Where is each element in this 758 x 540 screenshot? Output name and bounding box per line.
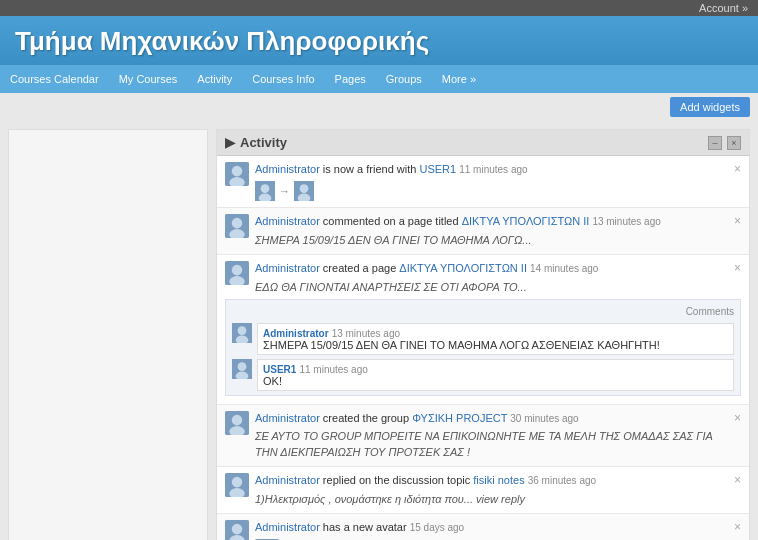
activity-triangle-icon: ▶: [225, 135, 235, 150]
avatar: [225, 261, 249, 285]
author-link[interactable]: Administrator: [255, 474, 320, 486]
activity-item: Administrator commented on a page titled…: [217, 208, 749, 255]
activity-text: Administrator has a new avatar 15 days a…: [255, 520, 724, 540]
comment-time: 13 minutes ago: [332, 328, 400, 339]
author-link[interactable]: Administrator: [255, 262, 320, 274]
comment-body: ΟΚ!: [263, 375, 728, 387]
activity-body: 1)Ηλεκτρισμός , ονομάστηκε η ιδιότητα πο…: [255, 492, 724, 507]
close-icon[interactable]: ×: [734, 261, 741, 275]
close-button[interactable]: ×: [727, 136, 741, 150]
close-icon[interactable]: ×: [734, 520, 741, 534]
navbar-item-more-more[interactable]: More »: [432, 65, 486, 93]
account-link[interactable]: Account »: [699, 2, 748, 14]
activity-time: 13 minutes ago: [592, 216, 660, 227]
close-icon[interactable]: ×: [734, 473, 741, 487]
activity-header-controls: – ×: [708, 136, 741, 150]
activity-text: Administrator replied on the discussion …: [255, 473, 724, 507]
add-widgets-bar: Add widgets: [0, 93, 758, 121]
content-area: ▶ Activity – × Administrator is now a fr…: [0, 121, 758, 540]
avatar: [225, 162, 249, 186]
activity-body: ΕΔΩ ΘΑ ΓΙΝΟΝΤΑΙ ΑΝΑΡΤΗΣΕΙΣ ΣΕ ΟΤΙ ΑΦΟΡΑ …: [255, 280, 724, 295]
close-icon[interactable]: ×: [734, 411, 741, 425]
activity-time: 11 minutes ago: [459, 164, 527, 175]
activity-body: ΣΗΜΕΡΑ 15/09/15 ΔΕΝ ΘΑ ΓΙΝΕΙ ΤΟ ΜΑΘΗΜΑ Λ…: [255, 233, 724, 248]
svg-point-19: [238, 362, 247, 371]
navbar-item-courses-info[interactable]: Courses Info: [242, 65, 324, 93]
left-panel: [8, 129, 208, 540]
arrow-icon: →: [279, 184, 290, 199]
activity-time: 30 minutes ago: [510, 413, 578, 424]
site-header: Τμήμα Μηχανικών Πληροφορικής: [0, 16, 758, 65]
activity-title: Activity: [240, 135, 287, 150]
avatar: [225, 214, 249, 238]
comment-text: Administrator 13 minutes ago ΣΗΜΕΡΑ 15/0…: [257, 323, 734, 355]
navbar-item-activity[interactable]: Activity: [187, 65, 242, 93]
top-bar: Account »: [0, 0, 758, 16]
activity-item: Administrator has a new avatar 15 days a…: [217, 514, 749, 540]
activity-text: Administrator commented on a page titled…: [255, 214, 724, 248]
target-link[interactable]: fisiki notes: [473, 474, 524, 486]
activity-item: Administrator created a page ΔΙΚΤΥΑ ΥΠΟΛ…: [217, 255, 749, 405]
comment-avatar: [232, 323, 252, 343]
comment-text: USER1 11 minutes ago ΟΚ!: [257, 359, 734, 391]
avatar: [225, 411, 249, 435]
navbar-item-courses-calendar[interactable]: Courses Calendar: [0, 65, 109, 93]
comments-section: Comments Administrator 13 minutes ago ΣΗ…: [225, 299, 741, 396]
author-link[interactable]: Administrator: [255, 215, 320, 227]
target-link[interactable]: ΔΙΚΤΥΑ ΥΠΟΛΟΓΙΣΤΩΝ II: [462, 215, 590, 227]
comment-author[interactable]: USER1: [263, 364, 296, 375]
activity-text: Administrator created a page ΔΙΚΤΥΑ ΥΠΟΛ…: [255, 261, 724, 295]
comment-item: USER1 11 minutes ago ΟΚ!: [232, 359, 734, 391]
navbar: Courses CalendarMy CoursesActivityCourse…: [0, 65, 758, 93]
friend-avatar-2: [294, 181, 314, 201]
friend-avatar-1: [255, 181, 275, 201]
svg-point-28: [232, 524, 243, 535]
comment-avatar: [232, 359, 252, 379]
target-link[interactable]: ΦΥΣΙΚΗ PROJECT: [412, 412, 507, 424]
activity-item: Administrator replied on the discussion …: [217, 467, 749, 514]
comment-author[interactable]: Administrator: [263, 328, 329, 339]
avatar: [225, 473, 249, 497]
navbar-item-pages[interactable]: Pages: [325, 65, 376, 93]
navbar-item-my-courses[interactable]: My Courses: [109, 65, 188, 93]
svg-point-25: [232, 477, 243, 488]
activity-list: Administrator is now a friend with USER1…: [217, 156, 749, 540]
target-link[interactable]: USER1: [419, 163, 456, 175]
minimize-button[interactable]: –: [708, 136, 722, 150]
comment-body: ΣΗΜΕΡΑ 15/09/15 ΔΕΝ ΘΑ ΓΙΝΕΙ ΤΟ ΜΑΘΗΜΑ Λ…: [263, 339, 728, 351]
svg-point-13: [232, 265, 243, 276]
friends-row: →: [255, 181, 724, 201]
comment-time: 11 minutes ago: [299, 364, 367, 375]
activity-text: Administrator created the group ΦΥΣΙΚΗ P…: [255, 411, 724, 460]
activity-header-left: ▶ Activity: [225, 135, 287, 150]
navbar-item-groups[interactable]: Groups: [376, 65, 432, 93]
activity-time: 14 minutes ago: [530, 263, 598, 274]
activity-time: 36 minutes ago: [528, 475, 596, 486]
svg-point-7: [300, 185, 309, 194]
activity-time: 15 days ago: [410, 522, 465, 533]
avatar: [225, 520, 249, 540]
activity-header: ▶ Activity – ×: [217, 130, 749, 156]
svg-point-22: [232, 415, 243, 426]
comment-item: Administrator 13 minutes ago ΣΗΜΕΡΑ 15/0…: [232, 323, 734, 355]
svg-point-16: [238, 326, 247, 335]
comments-label: Comments: [232, 304, 734, 319]
add-widgets-button[interactable]: Add widgets: [670, 97, 750, 117]
activity-item: Administrator created the group ΦΥΣΙΚΗ P…: [217, 405, 749, 467]
author-link[interactable]: Administrator: [255, 163, 320, 175]
svg-point-1: [232, 166, 243, 177]
activity-panel: ▶ Activity – × Administrator is now a fr…: [216, 129, 750, 540]
activity-body: ΣΕ ΑΥΤΟ ΤΟ GROUP ΜΠΟΡΕΙΤΕ ΝΑ ΕΠΙΚΟΙΝΩΝΗΤ…: [255, 429, 724, 460]
author-link[interactable]: Administrator: [255, 412, 320, 424]
svg-point-4: [261, 185, 270, 194]
target-link[interactable]: ΔΙΚΤΥΑ ΥΠΟΛΟΓΙΣΤΩΝ II: [399, 262, 527, 274]
close-icon[interactable]: ×: [734, 162, 741, 176]
author-link[interactable]: Administrator: [255, 521, 320, 533]
activity-item: Administrator is now a friend with USER1…: [217, 156, 749, 208]
activity-text: Administrator is now a friend with USER1…: [255, 162, 724, 201]
svg-point-10: [232, 218, 243, 229]
close-icon[interactable]: ×: [734, 214, 741, 228]
site-title: Τμήμα Μηχανικών Πληροφορικής: [15, 26, 429, 57]
